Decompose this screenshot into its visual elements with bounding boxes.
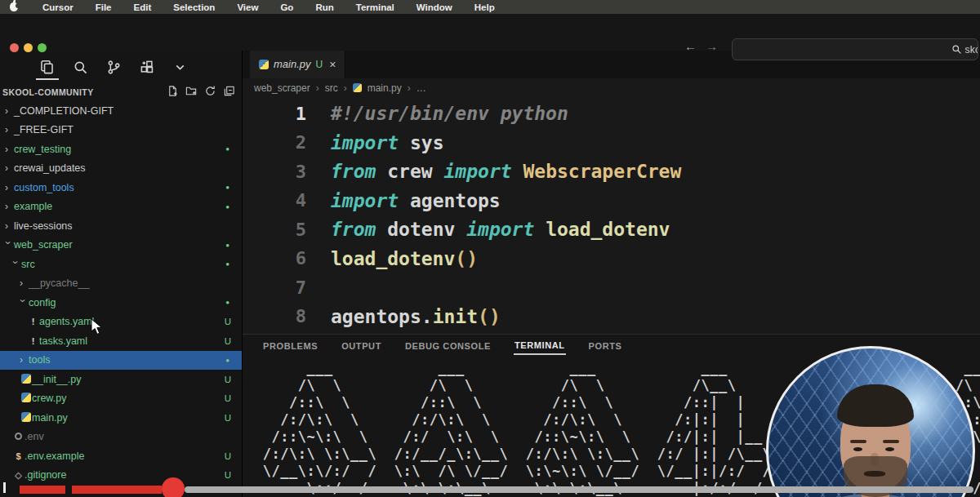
apple-logo-icon[interactable] [10,2,18,11]
presenter-eyebrow [850,440,866,443]
refresh-icon[interactable] [204,85,216,100]
zoom-window-button[interactable] [38,43,47,52]
python-file-icon [259,60,269,69]
tree-item-src[interactable]: ›src● [0,255,242,274]
tree-item-example[interactable]: ›example● [0,197,242,217]
modified-dot-badge: ● [225,260,229,268]
scrubber-start-tick [3,482,6,493]
close-tab-icon[interactable]: × [329,58,336,71]
code-line-2[interactable]: 2import sys [243,128,980,158]
tree-item-label: .gitignore [24,469,66,481]
git-untracked-badge: U [225,336,231,346]
tree-item-agents-yaml[interactable]: !agents.yamlU [0,313,242,332]
chevron-collapsed-icon[interactable]: › [5,220,14,232]
new-file-icon[interactable] [167,85,179,100]
tree-item-custom-tools[interactable]: ›custom_tools● [0,178,242,197]
python-file-icon [21,412,31,422]
tree-item-free-gift[interactable]: ›_FREE-GIFT [0,121,242,140]
menu-item-help[interactable]: Help [474,2,495,12]
tree-item-crew-py[interactable]: crew.pyU [0,389,242,409]
menu-item-run[interactable]: Run [315,2,333,12]
chevron-collapsed-icon[interactable]: › [5,105,14,117]
breadcrumb: web_scraper›src›main.py›… [243,78,980,98]
tab-label: main.py [274,58,311,70]
tree-item-main-py[interactable]: main.pyU [0,408,242,428]
tree-item-label: __pycache__ [29,277,89,289]
breadcrumb-item-web-scraper[interactable]: web_scraper [254,82,310,94]
scrubber-track[interactable] [185,486,973,493]
chevron-collapsed-icon[interactable]: › [20,277,29,289]
menu-item-file[interactable]: File [96,2,112,12]
minimize-window-button[interactable] [24,43,33,52]
menu-item-terminal[interactable]: Terminal [356,2,394,12]
line-number: 7 [243,277,306,298]
code-line-3[interactable]: 3from crew import WebscraperCrew [243,158,980,187]
close-window-button[interactable] [10,43,19,52]
navigate-back-icon[interactable]: ← [684,39,697,53]
chevron-expanded-icon[interactable]: › [2,242,14,251]
tree-item-web-scraper[interactable]: ›web_scraper● [0,236,242,255]
code-line-6[interactable]: 6load_dotenv() [243,244,980,273]
tree-item-init-py[interactable]: __init__.pyU [0,370,242,389]
tree-item-env[interactable]: .env [0,428,242,447]
extensions-icon[interactable] [140,60,155,75]
tree-item-label: example [14,201,52,212]
menu-item-go[interactable]: Go [280,2,293,12]
new-folder-icon[interactable] [185,85,198,100]
panel-tab-terminal[interactable]: TERMINAL [514,337,566,355]
chevron-collapsed-icon[interactable]: › [5,162,14,174]
tab-main-py[interactable]: main.py U × [250,51,345,78]
menu-item-edit[interactable]: Edit [134,2,152,12]
tree-item-crew-testing[interactable]: ›crew_testing● [0,140,242,159]
menu-item-view[interactable]: View [237,2,258,12]
code-line-8[interactable]: 8agentops.init() [243,302,980,331]
collapse-all-icon[interactable] [223,85,235,100]
chevron-collapsed-icon[interactable]: › [20,354,29,366]
tree-item-live-sessions[interactable]: ›live-sessions [0,216,242,236]
chevron-collapsed-icon[interactable]: › [5,182,14,193]
menu-item-cursor[interactable]: Cursor [42,2,74,12]
chevron-collapsed-icon[interactable]: › [5,144,14,155]
tree-item-label: .env [24,431,44,442]
breadcrumb-item-src[interactable]: src [325,82,338,94]
tree-item-tasks-yaml[interactable]: !tasks.yamlU [0,331,242,351]
tree-item-crewai-updates[interactable]: ›crewai_updates [0,159,242,179]
tree-item-pycache[interactable]: ›__pycache__ [0,274,242,294]
panel-tab-output[interactable]: OUTPUT [341,338,382,354]
tree-item-completion-gift[interactable]: ›_COMPLETION-GIFT [0,101,242,121]
command-center-search[interactable]: sko [732,38,978,60]
python-file-icon [353,83,362,92]
source-control-icon[interactable] [106,60,122,75]
explorer-actions [167,85,235,100]
panel-tab-problems[interactable]: PROBLEMS [262,338,318,354]
yaml-file-icon: ! [27,336,39,346]
code-line-1[interactable]: 1#!/usr/bin/env python [243,100,980,129]
breadcrumb-separator-icon: › [408,82,411,94]
tree-item-gitignore[interactable]: ◇.gitignoreU [0,466,242,486]
chevron-down-icon[interactable] [173,60,187,74]
breadcrumb-item-main-py[interactable]: main.py [368,82,402,94]
tree-item-config[interactable]: ›config● [0,293,242,313]
explorer-icon[interactable] [39,60,55,75]
code-line-5[interactable]: 5from dotenv import load_dotenv [243,215,980,245]
code-line-7[interactable]: 7 [243,273,980,303]
panel-tab-debug-console[interactable]: DEBUG CONSOLE [404,338,492,354]
code-editor[interactable]: 1#!/usr/bin/env python2import sys3from c… [243,98,980,335]
tree-item-tools[interactable]: ›tools● [0,351,242,371]
chevron-expanded-icon[interactable]: › [17,299,29,308]
scrubber-playhead[interactable] [162,477,185,497]
panel-tab-ports[interactable]: PORTS [588,338,623,354]
chevron-expanded-icon[interactable]: › [10,260,21,269]
python-file-icon [21,374,31,384]
tree-item-label: _FREE-GIFT [14,124,74,135]
search-view-icon[interactable] [73,60,88,75]
navigate-forward-icon[interactable]: → [706,39,718,53]
chevron-collapsed-icon[interactable]: › [5,201,14,212]
breadcrumb-item-[interactable]: … [416,82,426,94]
menu-item-window[interactable]: Window [416,2,452,12]
tree-item-env-example[interactable]: $.env.exampleU [0,446,242,466]
menu-item-selection[interactable]: Selection [173,2,215,12]
code-text: agentops.init() [331,306,501,327]
code-line-4[interactable]: 4import agentops [243,186,980,215]
chevron-collapsed-icon[interactable]: › [5,124,14,135]
